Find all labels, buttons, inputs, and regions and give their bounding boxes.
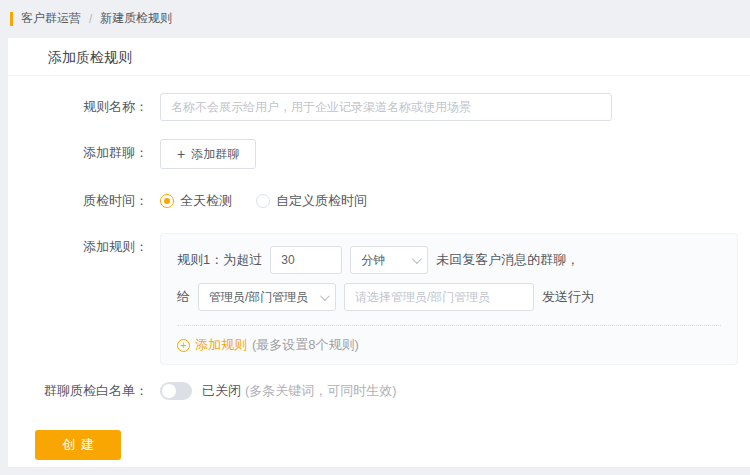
rule-form: 规则名称： 添加群聊： + 添加群聊 质检时间： 全天检测 自定义质检时间 [8, 76, 750, 460]
whitelist-hint: (多条关键词，可同时生效) [245, 382, 397, 400]
radio-all-day-label: 全天检测 [180, 192, 232, 210]
rule2-receiver-input[interactable] [344, 283, 534, 311]
whitelist-toggle[interactable] [160, 382, 192, 400]
add-group-row: 添加群聊： + 添加群聊 [8, 139, 750, 169]
rule-panel-divider [177, 325, 721, 326]
radio-selected-icon[interactable] [160, 194, 174, 208]
rule1-line: 规则1：为超过 分钟 未回复客户消息的群聊， [177, 246, 721, 274]
main-card: 添加质检规则 规则名称： 添加群聊： + 添加群聊 质检时间： 全天检测 [8, 38, 750, 467]
chevron-down-icon [412, 254, 422, 264]
rule1-prefix: 规则1：为超过 [177, 251, 262, 269]
add-rules-label: 添加规则： [8, 233, 160, 261]
rule2-line: 给 管理员/部门管理员 发送行为 [177, 283, 721, 311]
add-rule-line: + 添加规则 (最多设置8个规则) [177, 336, 721, 354]
plus-icon: + [177, 147, 185, 161]
breadcrumb: 客户群运营 / 新建质检规则 [10, 10, 172, 27]
whitelist-row: 群聊质检白名单： 已关闭 (多条关键词，可同时生效) [8, 382, 750, 400]
whitelist-label: 群聊质检白名单： [8, 382, 160, 400]
rule1-unit-select[interactable]: 分钟 [350, 246, 428, 274]
rule-panel: 规则1：为超过 分钟 未回复客户消息的群聊， 给 管理员/部门管理员 [160, 233, 738, 365]
add-rule-hint: (最多设置8个规则) [252, 336, 359, 354]
breadcrumb-accent-bar [10, 12, 13, 26]
card-header: 添加质检规则 [8, 38, 750, 76]
breadcrumb-current: 新建质检规则 [100, 10, 172, 27]
rule1-unit-value: 分钟 [361, 252, 385, 269]
add-rule-link[interactable]: 添加规则 [195, 336, 247, 354]
create-button[interactable]: 创建 [35, 430, 121, 460]
radio-all-day[interactable]: 全天检测 [160, 192, 232, 210]
inspect-time-row: 质检时间： 全天检测 自定义质检时间 [8, 187, 750, 215]
chevron-down-icon [320, 291, 330, 301]
inspect-time-radio-group: 全天检测 自定义质检时间 [160, 187, 367, 215]
rule2-suffix: 发送行为 [542, 288, 594, 306]
breadcrumb-separator: / [89, 12, 92, 26]
rule-name-input[interactable] [160, 93, 612, 121]
rule-name-row: 规则名称： [8, 93, 750, 121]
whitelist-status: 已关闭 [202, 382, 241, 400]
add-group-label: 添加群聊： [8, 139, 160, 167]
rule2-receiver-select[interactable]: 管理员/部门管理员 [198, 283, 336, 311]
rule2-receiver-value: 管理员/部门管理员 [209, 289, 308, 306]
circle-plus-icon[interactable]: + [177, 339, 190, 352]
radio-custom-time[interactable]: 自定义质检时间 [256, 192, 367, 210]
page-title: 添加质检规则 [48, 48, 710, 66]
rule1-suffix: 未回复客户消息的群聊， [436, 251, 579, 269]
breadcrumb-section[interactable]: 客户群运营 [21, 10, 81, 27]
inspect-time-label: 质检时间： [8, 187, 160, 215]
radio-unselected-icon[interactable] [256, 194, 270, 208]
toggle-knob [162, 384, 176, 398]
rule2-prefix: 给 [177, 288, 190, 306]
add-group-button-label: 添加群聊 [191, 146, 239, 163]
rule-name-label: 规则名称： [8, 93, 160, 121]
rule1-minutes-input[interactable] [270, 246, 342, 274]
add-group-button[interactable]: + 添加群聊 [160, 139, 256, 169]
add-rules-row: 添加规则： 规则1：为超过 分钟 未回复客户消息的群聊， 给 管理员/部门管理员 [8, 233, 750, 365]
radio-custom-time-label: 自定义质检时间 [276, 192, 367, 210]
